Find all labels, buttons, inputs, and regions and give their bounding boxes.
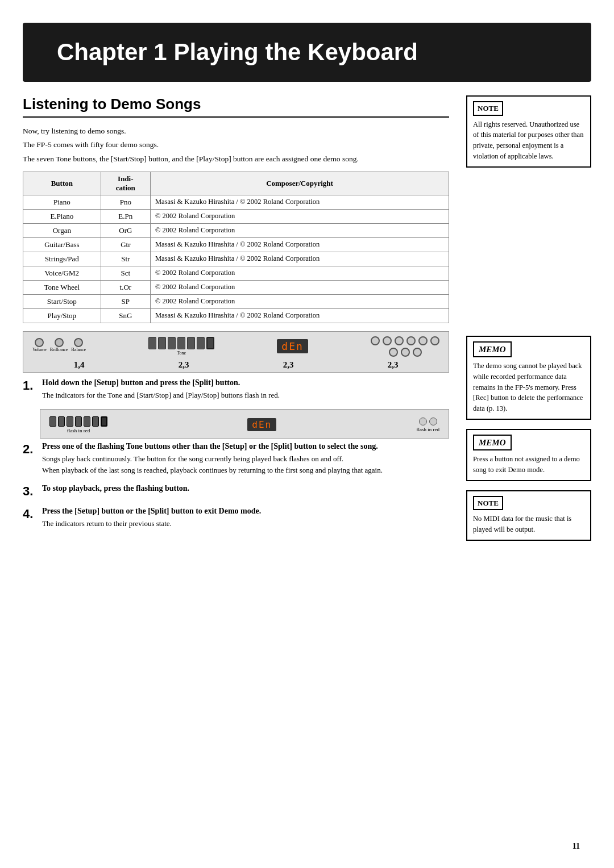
memo-text-2: Press a button not assigned to a demo so…	[473, 454, 584, 475]
demo-table: Button Indi-cation Composer/Copyright Pi…	[23, 172, 449, 323]
step-4: 4. Press the [Setup] button or the [Spli…	[23, 507, 449, 529]
table-row: Play/StopSnGMasasi & Kazuko Hirashita / …	[23, 308, 449, 323]
col-indication: Indi-cation	[101, 172, 150, 195]
col-button: Button	[23, 172, 101, 195]
step-3-title: To stop playback, press the flashing but…	[42, 484, 449, 493]
flash-label-right: flash in red	[417, 427, 440, 432]
step-2-number: 2.	[23, 442, 36, 457]
page-number: 11	[572, 842, 580, 851]
memo-label-2: MEMO	[473, 435, 512, 451]
step-3-content: To stop playback, press the flashing but…	[42, 484, 449, 495]
note-label: NOTE	[473, 101, 503, 116]
step-4-number: 4.	[23, 507, 36, 521]
note-text-bottom: No MIDI data for the music that is playe…	[473, 514, 584, 535]
intro-line-1: Now, try listening to demo songs.	[23, 126, 449, 137]
table-row: Tone Wheelt.Or© 2002 Roland Corporation	[23, 280, 449, 294]
step-2-desc: Songs play back continuously. The button…	[42, 453, 449, 476]
step-4-desc: The indicators return to their previous …	[42, 518, 449, 529]
step-1-content: Hold down the [Setup] button and press t…	[42, 378, 449, 401]
keyboard-diagram: Volume Brilliance Balance	[23, 331, 449, 373]
step-4-title: Press the [Setup] button or the [Split] …	[42, 507, 449, 516]
left-column: Listening to Demo Songs Now, try listeni…	[23, 82, 449, 550]
step-3-number: 3.	[23, 484, 36, 499]
table-row: E.PianoE.Pn© 2002 Roland Corporation	[23, 209, 449, 223]
col-composer: Composer/Copyright	[150, 172, 449, 195]
intro-line-2: The FP-5 comes with fifty four demo song…	[23, 139, 449, 151]
table-row: OrganOrG© 2002 Roland Corporation	[23, 223, 449, 237]
memo-box-2: MEMO Press a button not assigned to a de…	[466, 429, 591, 481]
step-1-title: Hold down the [Setup] button and press t…	[42, 378, 449, 387]
kbd-label-2: 2,3	[179, 360, 189, 370]
flash-label-left: flash in red	[67, 428, 90, 433]
memo-box-1: MEMO The demo song cannot be played back…	[466, 336, 591, 420]
step-2-title: Press one of the flashing Tone buttons o…	[42, 442, 449, 451]
note-label-bottom: NOTE	[473, 496, 503, 511]
kbd-label-4: 2,3	[388, 360, 399, 370]
mini-display: dEn	[247, 418, 276, 431]
memo-text-1: The demo song cannot be played back whil…	[473, 361, 584, 414]
step-1: 1. Hold down the [Setup] button and pres…	[23, 378, 449, 401]
intro-text: Now, try listening to demo songs. The FP…	[23, 126, 449, 165]
kbd-labels: 1,4 2,3 2,3 2,3	[27, 360, 445, 370]
step-1-desc: The indicators for the Tone and [Start/S…	[42, 390, 449, 401]
note-box-right: NOTE All rights reserved. Unauthorized u…	[466, 95, 591, 168]
kbd-label-3: 2,3	[283, 360, 294, 370]
right-column: NOTE All rights reserved. Unauthorized u…	[466, 82, 591, 550]
section-heading: Listening to Demo Songs	[23, 95, 449, 118]
steps: 1. Hold down the [Setup] button and pres…	[23, 378, 449, 530]
step-4-content: Press the [Setup] button or the [Split] …	[42, 507, 449, 529]
step-2: 2. Press one of the flashing Tone button…	[23, 442, 449, 476]
table-row: Guitar/BassGtrMasasi & Kazuko Hirashita …	[23, 237, 449, 252]
chapter-header: Chapter 1 Playing the Keyboard	[23, 23, 591, 82]
table-row: Voice/GM2Sct© 2002 Roland Corporation	[23, 266, 449, 280]
step-3: 3. To stop playback, press the flashing …	[23, 484, 449, 499]
step-1-number: 1.	[23, 378, 36, 393]
chapter-title: Chapter 1 Playing the Keyboard	[57, 39, 557, 66]
table-row: PianoPnoMasasi & Kazuko Hirashita / © 20…	[23, 195, 449, 209]
memo-label-1: MEMO	[473, 341, 512, 358]
display: dEn	[277, 339, 308, 353]
table-row: Strings/PadStrMasasi & Kazuko Hirashita …	[23, 252, 449, 266]
kbd-label-1: 1,4	[74, 360, 85, 370]
step1-diagram: flash in red dEn flash in red	[40, 409, 449, 439]
step-2-content: Press one of the flashing Tone buttons o…	[42, 442, 449, 476]
intro-line-3: The seven Tone buttons, the [Start/Stop]…	[23, 153, 449, 165]
note-box-bottom: NOTE No MIDI data for the music that is …	[466, 490, 591, 541]
note-text: All rights reserved. Unauthorized use of…	[473, 119, 584, 162]
table-row: Start/StopSP© 2002 Roland Corporation	[23, 294, 449, 308]
